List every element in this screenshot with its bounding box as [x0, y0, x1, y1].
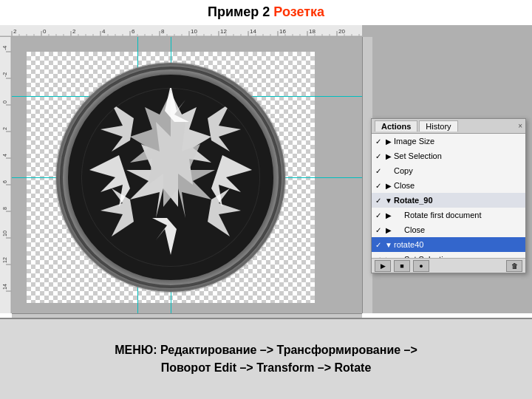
action-row[interactable]: ✓▼rotate40 — [372, 237, 525, 252]
action-row[interactable]: ✓Copy — [372, 163, 525, 178]
panel-play-button[interactable]: ▶ — [375, 260, 391, 272]
action-check: ✓ — [373, 137, 383, 146]
action-label: Rotate first document — [404, 211, 482, 219]
action-check: ✓ — [373, 167, 383, 175]
action-row[interactable]: ✓▶Set Selection — [372, 252, 525, 258]
actions-panel: Actions History × ✓▶Image Size✓▶Set Sele… — [371, 118, 526, 273]
action-row[interactable]: ✓▶Close — [372, 222, 525, 237]
action-arrow: ▶ — [383, 226, 394, 234]
action-arrow: ▶ — [383, 182, 394, 190]
action-check: ✓ — [373, 241, 383, 249]
action-check: ✓ — [373, 182, 383, 190]
action-label: Set Selection — [394, 151, 442, 160]
action-label: Rotate_90 — [394, 196, 433, 205]
action-check: ✓ — [373, 197, 383, 205]
action-arrow: ▶ — [383, 137, 394, 146]
ruler-left — [0, 37, 12, 313]
action-label: Copy — [394, 166, 413, 175]
title-colored: Розетка — [273, 4, 324, 19]
action-check: ✓ — [373, 256, 383, 259]
panel-delete-button[interactable]: 🗑 — [506, 260, 522, 272]
panel-close-button[interactable]: × — [518, 122, 522, 130]
panel-record-button[interactable]: ● — [413, 260, 429, 272]
action-label: Image Size — [394, 137, 434, 146]
panel-stop-button[interactable]: ■ — [394, 260, 410, 272]
action-check: ✓ — [373, 152, 383, 160]
tab-actions[interactable]: Actions — [375, 120, 417, 132]
title-bar: Пример 2 Розетка — [0, 0, 532, 23]
canvas-content — [12, 37, 362, 313]
info-bar: МЕНЮ: Редактирование –> Трансформировани… — [0, 318, 532, 399]
action-label: Close — [404, 225, 425, 234]
action-row[interactable]: ✓▶Set Selection — [372, 149, 525, 163]
ruler-top — [0, 25, 362, 37]
action-row[interactable]: ✓▶Image Size — [372, 134, 525, 149]
action-label: Set Selection — [404, 255, 452, 258]
actions-list[interactable]: ✓▶Image Size✓▶Set Selection✓Copy✓▶Close✓… — [372, 134, 525, 258]
rosette-container — [27, 52, 315, 303]
info-line1: МЕНЮ: Редактирование –> Трансформировани… — [115, 341, 417, 359]
action-label: rotate40 — [394, 240, 423, 249]
action-arrow: ▶ — [383, 211, 394, 219]
action-row[interactable]: ✓▶Close — [372, 178, 525, 193]
title-bold: Пример 2 — [208, 4, 270, 19]
action-check: ✓ — [373, 211, 383, 219]
panel-bottom-bar: ▶ ■ ● 🗑 — [372, 258, 525, 273]
action-arrow: ▼ — [383, 241, 394, 249]
action-check: ✓ — [373, 226, 383, 234]
action-arrow: ▼ — [383, 197, 394, 205]
action-row[interactable]: ✓▶Rotate first document — [372, 208, 525, 222]
tab-history[interactable]: History — [419, 120, 457, 132]
action-row[interactable]: ✓▼Rotate_90 — [372, 193, 525, 208]
action-label: Close — [394, 181, 415, 190]
panel-titlebar: Actions History × — [372, 119, 525, 134]
action-arrow: ▶ — [383, 152, 394, 160]
info-line2: Поворот Edit –> Transform –> Rotate — [161, 359, 372, 377]
action-arrow: ▶ — [383, 256, 394, 259]
